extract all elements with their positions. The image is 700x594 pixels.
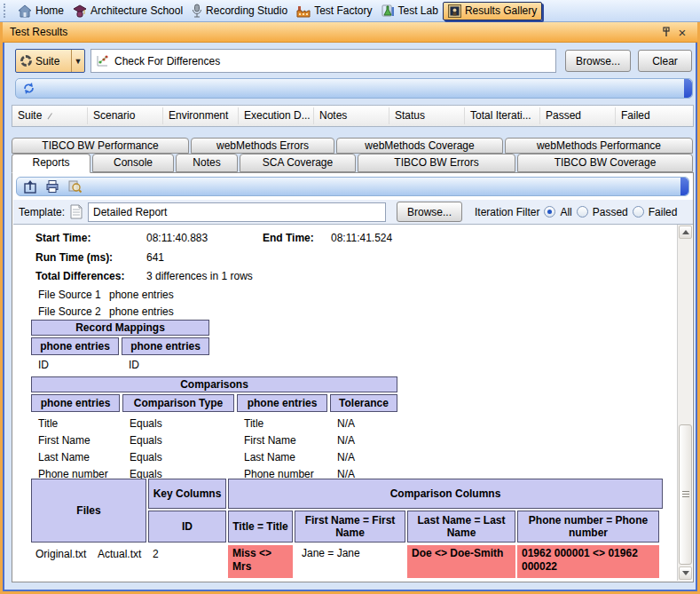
- reports-panel: Template: Detailed Report Browse... Iter…: [12, 172, 694, 582]
- tab-tibco-bw-performance[interactable]: TIBCO BW Performance: [12, 138, 189, 154]
- print-preview-icon[interactable]: [67, 179, 82, 194]
- radio-all[interactable]: [544, 206, 555, 218]
- column-header-scenario[interactable]: Scenario: [88, 107, 163, 124]
- nav-test-factory[interactable]: Test Factory: [292, 3, 376, 20]
- vertical-scrollbar[interactable]: [677, 225, 692, 581]
- tab-webmethods-performance[interactable]: webMethods Performance: [505, 138, 693, 154]
- comparison-header-first-name: First Name = First Name: [295, 511, 405, 543]
- window-title: Test Results: [10, 26, 658, 38]
- tab-console[interactable]: Console: [92, 154, 174, 172]
- export-icon[interactable]: [23, 179, 37, 194]
- radio-passed[interactable]: [577, 206, 588, 218]
- test-results-window: Test Results × Suite ▼ Check For Differe…: [0, 22, 700, 594]
- nav-label: Recording Studio: [206, 4, 287, 17]
- diff-cell-phone: 01962 000001 <> 01962 000022: [517, 545, 659, 578]
- column-header-suite[interactable]: Suite: [12, 107, 88, 124]
- nav-test-lab[interactable]: Test Lab: [377, 2, 443, 20]
- results-grid-header: Suite Scenario Environment Execution D..…: [12, 105, 694, 127]
- template-value: Detailed Report: [93, 206, 167, 218]
- browse-button-label: Browse...: [576, 55, 620, 67]
- record-mappings-col1: phone entries: [31, 337, 119, 355]
- browse-button[interactable]: Browse...: [565, 50, 631, 72]
- sort-indicator-icon: [43, 109, 52, 119]
- home-icon: [18, 4, 32, 18]
- key-value: 2: [153, 548, 159, 560]
- record-mapping-cell: ID: [31, 359, 122, 371]
- window-client-area: Suite ▼ Check For Differences Browse... …: [3, 43, 697, 591]
- scroll-up-icon[interactable]: [679, 226, 692, 239]
- start-time-value: 08:11:40.883: [146, 232, 208, 244]
- diff-cell-title: Miss <> Mrs: [228, 545, 293, 578]
- tab-webmethods-coverage[interactable]: webMethods Coverage: [336, 138, 503, 154]
- comparison-header-last-name: Last Name = Last Name: [407, 511, 515, 543]
- refresh-icon[interactable]: [22, 82, 35, 95]
- template-doc-icon[interactable]: [70, 204, 83, 219]
- key-columns-header: Key Columns: [148, 479, 226, 509]
- files-header: Files: [31, 479, 146, 543]
- equal-cell-first-name: Jane = Jane: [295, 545, 405, 578]
- template-browse-button[interactable]: Browse...: [397, 202, 462, 222]
- nav-label: Home: [35, 4, 64, 17]
- template-browse-label: Browse...: [407, 206, 452, 218]
- comparison-row: Title Equals Title N/A: [31, 417, 397, 434]
- gallery-icon: [448, 4, 461, 18]
- tab-tibco-bw-coverage[interactable]: TIBCO BW Coverage: [517, 154, 693, 172]
- suite-path-value: Check For Differences: [114, 55, 220, 67]
- toolbar-end-cap: [684, 79, 692, 98]
- comparisons-col1: phone entries: [31, 394, 120, 412]
- radio-failed-label: Failed: [649, 206, 678, 218]
- toolbar-grip: [4, 4, 8, 18]
- chevron-down-icon: ▼: [72, 57, 84, 66]
- tab-webmethods-errors[interactable]: webMethods Errors: [191, 138, 334, 154]
- key-column-id: ID: [148, 511, 226, 543]
- clear-button-label: Clear: [652, 55, 678, 67]
- nav-recording-studio[interactable]: Recording Studio: [187, 2, 292, 20]
- column-header-failed[interactable]: Failed: [616, 107, 691, 124]
- comparisons-table: Comparisons phone entries Comparison Typ…: [31, 376, 397, 485]
- nav-results-gallery[interactable]: Results Gallery: [443, 2, 542, 20]
- iteration-filter-group: Iteration Filter All Passed Failed: [475, 206, 677, 218]
- tab-notes[interactable]: Notes: [176, 154, 238, 172]
- clear-button[interactable]: Clear: [638, 50, 692, 72]
- column-header-total-iterations[interactable]: Total Iterati...: [465, 107, 540, 124]
- file1-value: Original.txt: [35, 548, 86, 560]
- nav-architecture-school[interactable]: Architecture School: [68, 3, 187, 20]
- comparison-row: First Name Equals First Name N/A: [31, 434, 397, 451]
- flask-icon: [381, 4, 395, 18]
- column-header-status[interactable]: Status: [389, 107, 465, 124]
- column-header-execution-date[interactable]: Execution D...: [239, 107, 314, 124]
- scroll-down-icon[interactable]: [679, 566, 692, 580]
- radio-failed[interactable]: [633, 206, 644, 218]
- tab-reports[interactable]: Reports: [12, 154, 90, 173]
- comparison-columns-header: Comparison Columns: [228, 479, 663, 509]
- comparison-header-title: Title = Title: [228, 511, 293, 543]
- template-input[interactable]: Detailed Report: [88, 202, 386, 222]
- tab-sca-coverage[interactable]: SCA Coverage: [240, 154, 356, 172]
- thumb-grip: [682, 491, 689, 499]
- diff-cell-last-name: Doe <> Doe-Smith: [407, 545, 515, 578]
- print-icon[interactable]: [45, 179, 59, 194]
- pin-icon[interactable]: [658, 25, 674, 39]
- refresh-toolbar: [15, 78, 693, 99]
- window-titlebar: Test Results ×: [3, 22, 697, 43]
- app-toolbar: Home Architecture School Recording Studi…: [0, 0, 700, 22]
- toolbar-end-cap: [680, 178, 688, 195]
- suite-button-label: Suite: [35, 55, 68, 67]
- comparison-row: Last Name Equals Last Name N/A: [31, 451, 397, 468]
- column-header-notes[interactable]: Notes: [314, 107, 389, 124]
- file-source-2-label: File Source 2: [38, 305, 101, 318]
- column-header-passed[interactable]: Passed: [540, 107, 616, 124]
- comparisons-col4: Tolerance: [330, 394, 397, 412]
- column-header-environment[interactable]: Environment: [163, 107, 239, 124]
- close-icon[interactable]: ×: [674, 25, 690, 39]
- record-mappings-table: Record Mappings phone entries phone entr…: [31, 320, 209, 371]
- nav-home[interactable]: Home: [13, 3, 68, 20]
- files-table: Files Key Columns Comparison Columns ID …: [31, 479, 663, 578]
- iteration-filter-label: Iteration Filter: [475, 206, 539, 218]
- suite-path-field[interactable]: Check For Differences: [90, 49, 556, 73]
- tab-row-front: Reports Console Notes SCA Coverage TIBCO…: [12, 154, 693, 173]
- nav-label: Architecture School: [90, 4, 183, 17]
- scrollbar-thumb[interactable]: [679, 424, 692, 565]
- suite-dropdown-button[interactable]: Suite ▼: [15, 49, 85, 73]
- tab-tibco-bw-errors[interactable]: TIBCO BW Errors: [358, 154, 515, 172]
